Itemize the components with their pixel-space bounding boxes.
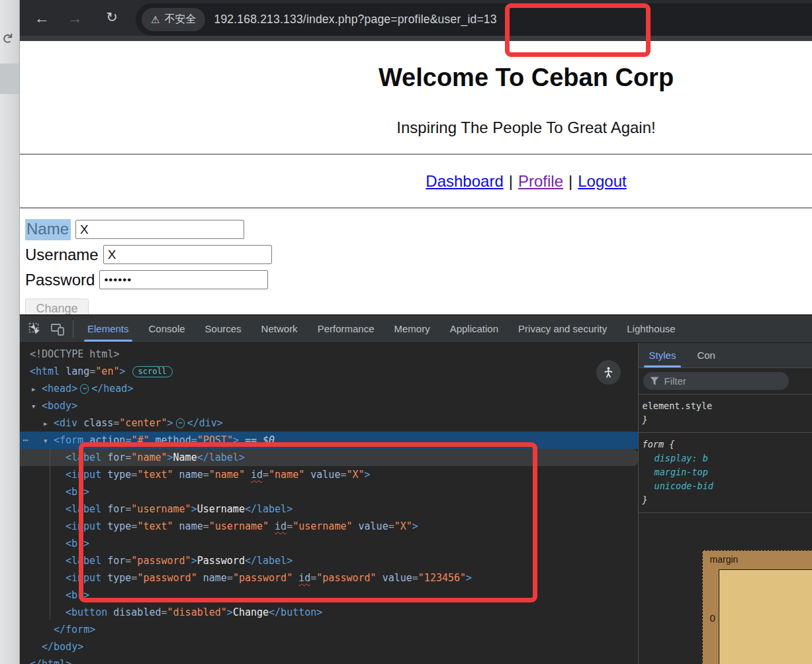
code-token: Change — [233, 606, 269, 618]
dom-tree-row[interactable]: ▶<head>⋯</head> — [20, 380, 638, 397]
code-token: > — [167, 417, 173, 429]
styles-filter-input[interactable]: Filter — [643, 372, 789, 390]
code-token: > — [227, 606, 233, 618]
security-chip-label: 不安全 — [164, 13, 196, 26]
css-property[interactable]: unicode-bid — [643, 479, 812, 493]
css-property[interactable]: display: b — [643, 451, 812, 465]
devtools-tab-elements[interactable]: Elements — [77, 315, 139, 343]
toolbar-separator — [73, 320, 73, 338]
dom-tree-row[interactable]: ▼<body> — [20, 397, 638, 414]
code-token: class — [83, 417, 113, 429]
code-token: </body> — [42, 641, 83, 653]
code-token: = — [89, 365, 95, 377]
security-chip[interactable]: ⚠ 不安全 — [142, 8, 205, 31]
profile-form: Name Username Password Change — [25, 218, 812, 314]
devtools-tab-sources[interactable]: Sources — [195, 315, 251, 343]
closing-brace: } — [643, 413, 812, 427]
page-title: Welcome To Ceban Corp — [20, 64, 812, 92]
nav-link-profile[interactable]: Profile — [518, 172, 563, 190]
scroll-badge[interactable]: scroll — [132, 366, 173, 377]
warning-icon: ⚠ — [151, 14, 159, 26]
browser-toolbar: ← → ↻ ⚠ 不安全 192.168.213.133/index.php?pa… — [20, 0, 812, 41]
url-text[interactable]: 192.168.213.133/index.php?page=profile&u… — [214, 13, 496, 26]
accessibility-icon[interactable] — [596, 360, 621, 385]
code-token: = — [161, 606, 167, 618]
box-model-margin-left-value: 0 — [710, 612, 715, 624]
code-token: <head> — [42, 383, 77, 395]
code-token: </html> — [30, 658, 71, 664]
form-ua-rule[interactable]: form { display: bmargin-topunicode-bid } — [639, 433, 812, 513]
expand-ellipsis-icon[interactable]: ⋯ — [80, 384, 89, 394]
devtools-tab-memory[interactable]: Memory — [384, 315, 440, 343]
change-button[interactable]: Change — [25, 299, 89, 314]
css-property[interactable]: margin-top — [643, 465, 812, 479]
devtools-tab-application[interactable]: Application — [440, 315, 508, 343]
inspect-element-icon[interactable] — [28, 322, 42, 336]
devtools-tab-network[interactable]: Network — [251, 315, 308, 343]
dom-tree-row[interactable]: </form> — [20, 621, 638, 638]
devtools-tab-privacy-and-security[interactable]: Privacy and security — [508, 315, 617, 343]
divider — [20, 207, 812, 209]
forward-icon[interactable]: → — [64, 9, 86, 27]
code-token: "en" — [95, 365, 119, 377]
dom-tree-row[interactable]: <button disabled="disabled">Change</butt… — [20, 604, 638, 621]
code-token: "disabled" — [167, 606, 227, 618]
collapse-arrow-icon[interactable]: ▼ — [44, 432, 54, 450]
username-input[interactable] — [103, 245, 272, 264]
nav-link-logout[interactable]: Logout — [578, 172, 626, 190]
code-token: </button> — [269, 606, 322, 618]
back-icon[interactable]: ← — [30, 9, 53, 27]
code-token: <button — [66, 606, 113, 618]
devtools-tab-console[interactable]: Console — [139, 315, 195, 343]
username-label: Username — [25, 246, 99, 264]
styles-pane-tabs: Styles Con — [639, 343, 812, 368]
expand-arrow-icon[interactable]: ▶ — [32, 381, 42, 398]
dom-tree-row[interactable]: <html lang="en">scroll — [20, 363, 638, 380]
device-toolbar-icon[interactable] — [50, 322, 65, 336]
devtools-tab-performance[interactable]: Performance — [308, 315, 384, 343]
annotation-form-markup-highlight — [79, 442, 537, 602]
expand-ellipsis-icon[interactable]: ⋯ — [176, 418, 185, 428]
password-label: Password — [25, 271, 95, 289]
address-bar[interactable]: ⚠ 不安全 192.168.213.133/index.php?page=pro… — [136, 3, 812, 36]
closing-brace: } — [643, 493, 812, 507]
devtools-tabbar: ElementsConsoleSourcesNetworkPerformance… — [20, 315, 812, 343]
tab-styles[interactable]: Styles — [639, 343, 687, 368]
styles-filter-row: Filter — [639, 368, 812, 395]
dom-tree-row[interactable]: </body> — [20, 638, 638, 655]
toolbar-bottom-edge — [20, 36, 812, 41]
code-token: lang — [66, 365, 89, 377]
box-model-margin[interactable]: margin 0 — [702, 550, 812, 664]
password-input[interactable] — [99, 270, 268, 289]
name-label: Name — [25, 219, 71, 240]
indent-guide — [50, 449, 50, 620]
box-model-border-box[interactable] — [719, 569, 812, 664]
devtools-tab-lighthouse[interactable]: Lighthouse — [617, 315, 685, 343]
background-window-sync-icon: ↻ — [0, 32, 15, 44]
code-token: = — [113, 417, 119, 429]
tab-computed[interactable]: Con — [686, 343, 726, 368]
form-rule-selector: form { — [643, 438, 812, 451]
nav-separator: | — [504, 172, 518, 190]
code-token: "center" — [119, 417, 167, 429]
name-input[interactable] — [75, 220, 244, 239]
nav-link-dashboard[interactable]: Dashboard — [426, 172, 503, 190]
code-token: <!DOCTYPE html> — [30, 348, 119, 360]
dom-tree-row[interactable]: <!DOCTYPE html> — [20, 346, 638, 363]
code-token: <body> — [42, 400, 77, 412]
funnel-icon — [650, 377, 659, 385]
annotation-url-user-id-highlight — [505, 3, 651, 57]
dom-tree-row[interactable]: ▶<div class="center">⋯</div> — [20, 414, 638, 432]
dom-tree-row[interactable]: </html> — [20, 655, 638, 664]
node-menu-dots-icon[interactable]: ⋯ — [23, 432, 28, 449]
code-token: disabled — [113, 606, 161, 618]
element-style-rule[interactable]: element.style } — [639, 395, 812, 433]
reload-icon[interactable]: ↻ — [101, 9, 123, 25]
code-token: <html — [30, 365, 66, 377]
expand-arrow-icon[interactable]: ▶ — [44, 415, 54, 432]
code-token: </div> — [187, 417, 223, 429]
collapse-arrow-icon[interactable]: ▼ — [32, 398, 42, 415]
code-token: </form> — [54, 624, 95, 636]
page-subtitle: Inspiring The People To Great Again! — [20, 119, 812, 137]
code-token: <div — [54, 417, 83, 429]
